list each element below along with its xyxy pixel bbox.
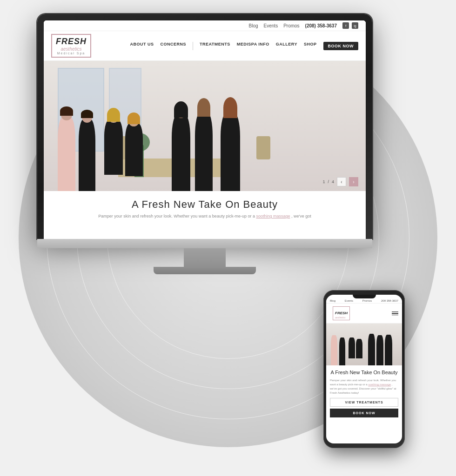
site-topbar: Blog Events Promos (208) 358-3637 f ig — [44, 20, 366, 31]
site-tagline-section: A Fresh New Take On Beauty Pamper your s… — [44, 191, 366, 227]
slide-separator: / — [328, 179, 329, 184]
phone-notch — [353, 295, 376, 298]
body-text-2: , we've got — [291, 214, 311, 218]
facebook-icon[interactable]: f — [342, 22, 349, 29]
p5-hair — [174, 101, 188, 118]
site-navbar: FRESH aesthetics Medical Spa ABOUT US CO… — [44, 31, 366, 61]
person-3 — [104, 119, 123, 175]
desktop-monitor: Blog Events Promos (208) 358-3637 f ig F… — [37, 14, 372, 274]
events-link[interactable]: Events — [264, 23, 278, 28]
phone-p1 — [331, 335, 337, 365]
desktop-website: Blog Events Promos (208) 358-3637 f ig F… — [44, 20, 366, 239]
p1-hair — [60, 106, 73, 116]
person-6 — [195, 112, 213, 191]
promos-link[interactable]: Promos — [283, 23, 299, 28]
monitor-base-top — [37, 239, 372, 248]
hero-heading: A Fresh New Take On Beauty — [51, 198, 358, 211]
p5-body — [172, 114, 190, 191]
p4-hair — [127, 112, 140, 124]
hamburger-line-3 — [392, 315, 398, 316]
phone-hero — [326, 324, 402, 365]
nav-treatments[interactable]: TREATMENTS — [193, 42, 230, 50]
phone-number-mobile: 208 358-3637 — [381, 299, 398, 302]
nav-links: ABOUT US CONCERNS TREATMENTS MEDISPA INF… — [130, 42, 358, 50]
slide-indicator: 1 / 4 ‹ › — [322, 177, 358, 186]
instagram-icon[interactable]: ig — [352, 22, 358, 29]
view-treatments-button[interactable]: VIEW TREATMENTS — [330, 398, 398, 407]
p7-hair — [223, 97, 237, 118]
person-7 — [221, 113, 240, 191]
monitor-screen: Blog Events Promos (208) 358-3637 f ig F… — [44, 20, 366, 239]
hero-body: Pamper your skin and refresh your look. … — [51, 213, 358, 220]
phone-events[interactable]: Events — [345, 299, 353, 302]
nav-book-now[interactable]: BOOK NOW — [323, 42, 359, 50]
social-links: f ig — [342, 22, 358, 29]
phone-heading: A Fresh New Take On Beauty — [330, 369, 398, 376]
phone-topbar: Blog Events Promos 208 358-3637 — [326, 298, 402, 304]
nav-about[interactable]: ABOUT US — [130, 42, 154, 50]
site-hero: 1 / 4 ‹ › — [44, 61, 366, 191]
person-2 — [79, 119, 95, 191]
hamburger-menu[interactable] — [392, 311, 398, 316]
phone-p4 — [356, 339, 362, 358]
phone-p7 — [385, 335, 392, 365]
person-1 — [58, 117, 75, 191]
phone-logo-fresh: FRESH — [335, 311, 348, 315]
phone-p6 — [376, 335, 383, 365]
logo-fresh-text: FRESH — [56, 37, 87, 46]
nav-medispa[interactable]: MEDISPA INFO — [237, 42, 269, 50]
p3-hair — [107, 108, 120, 122]
p6-hair — [197, 98, 210, 117]
phone-body: Blog Events Promos 208 358-3637 FRESH ae… — [323, 290, 405, 448]
p3-body — [104, 119, 123, 175]
monitor-base-foot — [154, 267, 256, 274]
p7-body — [221, 113, 240, 191]
p6-body — [195, 112, 213, 191]
p2-hair — [81, 110, 93, 118]
hamburger-line-1 — [392, 311, 398, 312]
scene: Blog Events Promos (208) 358-3637 f ig F… — [0, 0, 456, 476]
massage-link[interactable]: soothing massage — [256, 214, 290, 218]
phone-p2 — [339, 337, 345, 365]
slide-next-button[interactable]: › — [349, 177, 358, 186]
phone-nav: FRESH aesthetics — [326, 304, 402, 324]
person-5 — [172, 114, 190, 191]
body-text-1: Pamper your skin and refresh your look. … — [98, 214, 255, 218]
p1-body — [58, 117, 75, 191]
phone-p3 — [349, 337, 355, 358]
hamburger-line-2 — [392, 313, 398, 314]
nav-shop[interactable]: SHOP — [304, 42, 317, 50]
monitor-base-neck — [184, 248, 226, 267]
phone-content: A Fresh New Take On Beauty Pamper your s… — [326, 365, 402, 423]
phone-logo-aesthetics: aesthetics — [335, 316, 348, 319]
phone-p5 — [368, 334, 375, 365]
phone-website: Blog Events Promos 208 358-3637 FRESH ae… — [326, 298, 402, 443]
phone-logo[interactable]: FRESH aesthetics — [333, 306, 350, 320]
phone-number: (208) 358-3637 — [305, 23, 337, 28]
phone-massage-link[interactable]: soothing massage — [368, 383, 391, 386]
logo-medical-spa-text: Medical Spa — [56, 52, 87, 55]
phone-promos[interactable]: Promos — [362, 299, 372, 302]
blog-link[interactable]: Blog — [249, 23, 258, 28]
p4-body — [125, 123, 143, 176]
phone-body-text: Pamper your skin and refresh your look. … — [330, 378, 398, 395]
logo-aesthetics-text: aesthetics — [56, 46, 87, 52]
phone-screen: Blog Events Promos 208 358-3637 FRESH ae… — [326, 295, 402, 443]
slide-prev-button[interactable]: ‹ — [337, 177, 346, 186]
slide-current: 1 — [322, 179, 325, 184]
p2-body — [79, 119, 95, 191]
monitor-bezel: Blog Events Promos (208) 358-3637 f ig F… — [37, 14, 372, 239]
sofa-arm-right — [256, 136, 270, 159]
book-now-button[interactable]: BOOK NOW — [330, 409, 398, 417]
nav-concerns[interactable]: CONCERNS — [160, 42, 186, 50]
mobile-phone: Blog Events Promos 208 358-3637 FRESH ae… — [323, 290, 405, 448]
person-4 — [125, 123, 143, 176]
nav-gallery[interactable]: GALLERY — [276, 42, 297, 50]
site-logo[interactable]: FRESH aesthetics Medical Spa — [51, 34, 91, 58]
phone-blog[interactable]: Blog — [330, 299, 335, 302]
slide-total: 4 — [332, 179, 334, 184]
